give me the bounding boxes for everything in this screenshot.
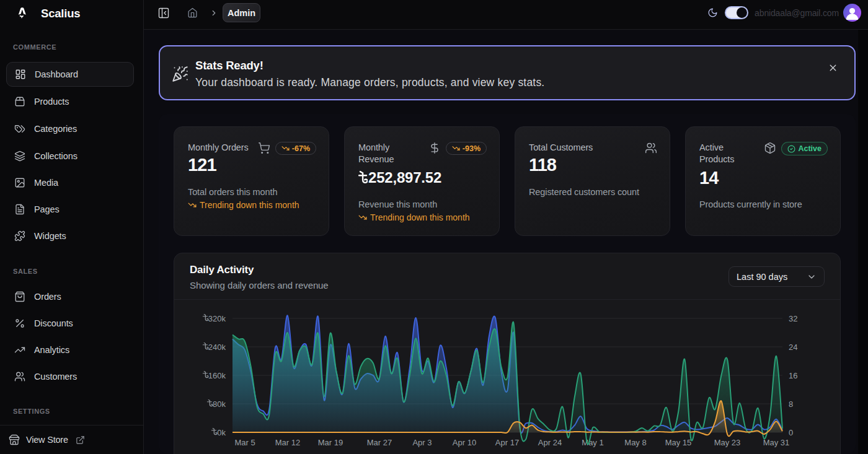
svg-text:Mar 19: Mar 19 xyxy=(318,438,343,447)
svg-text:May 15: May 15 xyxy=(665,438,692,447)
svg-text:8: 8 xyxy=(789,399,793,409)
svg-text:Mar 12: Mar 12 xyxy=(275,438,300,447)
svg-text:Apr 10: Apr 10 xyxy=(453,438,476,447)
svg-text:160k: 160k xyxy=(208,371,226,380)
svg-text:May 23: May 23 xyxy=(714,438,741,447)
svg-text:Mar 5: Mar 5 xyxy=(234,438,255,447)
svg-text:24: 24 xyxy=(789,343,797,352)
svg-text:16: 16 xyxy=(789,371,797,380)
svg-text:Apr 24: Apr 24 xyxy=(538,438,562,447)
svg-text:0k: 0k xyxy=(217,428,226,437)
svg-text:May 1: May 1 xyxy=(582,438,603,447)
svg-text:0: 0 xyxy=(789,428,793,437)
svg-text:240k: 240k xyxy=(208,343,226,352)
svg-text:80k: 80k xyxy=(213,399,226,409)
svg-text:Mar 27: Mar 27 xyxy=(367,438,392,447)
svg-text:32: 32 xyxy=(789,314,797,323)
svg-text:Apr 17: Apr 17 xyxy=(495,438,519,447)
svg-text:May 31: May 31 xyxy=(763,438,790,447)
svg-text:May 8: May 8 xyxy=(624,438,646,447)
svg-text:320k: 320k xyxy=(208,314,226,323)
svg-text:Apr 3: Apr 3 xyxy=(412,438,432,447)
